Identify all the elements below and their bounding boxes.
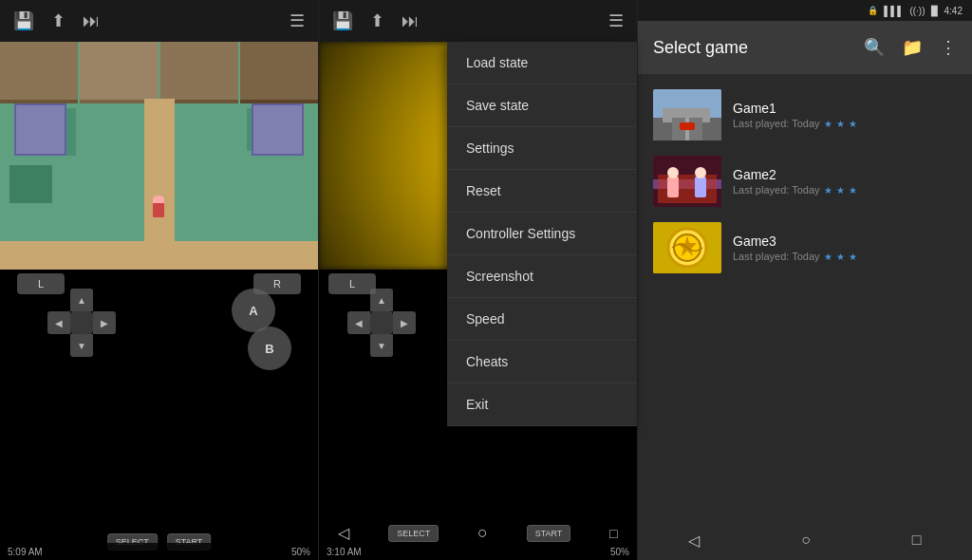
svg-point-11 — [667, 167, 679, 178]
dpad-left-btn-mid[interactable]: ◀ — [347, 311, 370, 334]
game-meta-3: Last played: Today ★ ★ ★ — [733, 251, 957, 262]
dpad-down[interactable]: ▼ — [70, 334, 93, 357]
dpad-left: ▲ ▼ ◀ ▶ — [47, 289, 116, 357]
fast-forward-icon-mid[interactable]: ⏭ — [402, 11, 419, 31]
player-character — [153, 202, 164, 217]
bottom-nav-right: ◁ ○ □ — [638, 520, 972, 560]
game-thumb-2 — [653, 156, 721, 207]
game-thumb-svg-3 — [653, 222, 721, 273]
status-bar-middle: 3:10 AM 50% — [319, 543, 637, 560]
dpad-up-mid[interactable]: ▲ — [370, 289, 393, 311]
select-game-title: Select game — [653, 38, 748, 58]
percentage-left: 50% — [291, 547, 310, 557]
star-9: ★ — [849, 252, 857, 262]
fast-forward-icon[interactable]: ⏭ — [83, 11, 100, 31]
dpad-right[interactable]: ▶ — [93, 311, 116, 334]
path-horizontal — [0, 241, 318, 270]
dpad-middle: ▲ ▼ ◀ ▶ — [347, 289, 416, 357]
svg-rect-5 — [680, 122, 695, 130]
start-button-mid[interactable]: START — [527, 525, 571, 542]
game-scene-1 — [0, 42, 318, 270]
home-nav-mid[interactable]: ○ — [477, 523, 488, 543]
svg-point-12 — [695, 167, 706, 178]
folder-icon[interactable]: 📁 — [902, 37, 923, 58]
game-item-1[interactable]: Game1 Last played: Today ★ ★ ★ — [638, 82, 972, 148]
toolbar-icons-middle: 💾 ⬆ ⏭ — [332, 10, 419, 31]
game-thumb-svg-1 — [653, 89, 721, 140]
menu-screenshot[interactable]: Screenshot — [447, 255, 637, 298]
dpad-down-mid[interactable]: ▼ — [370, 334, 393, 357]
game-item-2[interactable]: Game2 Last played: Today ★ ★ ★ — [638, 148, 972, 215]
dpad-center-mid — [370, 311, 393, 334]
building-2 — [80, 42, 158, 103]
status-bar-left: 5:09 AM 50% — [0, 543, 318, 560]
lock-icon: 🔒 — [868, 6, 878, 15]
more-vert-icon[interactable]: ⋮ — [940, 37, 957, 58]
game-info-3: Game3 Last played: Today ★ ★ ★ — [733, 233, 957, 262]
svg-rect-9 — [667, 177, 679, 197]
save-icon-mid[interactable]: 💾 — [332, 10, 353, 31]
toolbar-icons-left: 💾 ⬆ ⏭ — [13, 10, 100, 31]
square-nav-right[interactable]: □ — [893, 524, 941, 556]
toolbar-left: 💾 ⬆ ⏭ ☰ — [0, 0, 318, 42]
struct-2 — [252, 103, 304, 156]
dpad-center — [70, 311, 93, 334]
game-item-3[interactable]: Game3 Last played: Today ★ ★ ★ — [638, 215, 972, 281]
signal-icon: ▌▌▌ — [884, 6, 904, 16]
percentage-middle: 50% — [610, 547, 629, 557]
menu-icon-mid[interactable]: ☰ — [608, 10, 624, 31]
building-row — [0, 42, 318, 103]
dpad-up[interactable]: ▲ — [70, 289, 93, 311]
star-7: ★ — [824, 252, 832, 262]
menu-save-state[interactable]: Save state — [447, 84, 637, 127]
dpad-right-mid[interactable]: ▶ — [393, 311, 416, 334]
menu-controller-settings[interactable]: Controller Settings — [447, 213, 637, 255]
game-thumb-svg-2 — [653, 156, 721, 207]
sys-status-bar: 🔒 ▌▌▌ ((·)) ▉ 4:42 — [638, 0, 972, 21]
save-icon[interactable]: 💾 — [13, 10, 34, 31]
select-button-mid[interactable]: SELECT — [388, 525, 439, 542]
menu-reset[interactable]: Reset — [447, 170, 637, 213]
game-name-2: Game2 — [733, 167, 957, 182]
menu-cheats[interactable]: Cheats — [447, 341, 637, 383]
star-2: ★ — [836, 119, 845, 129]
home-nav-right[interactable]: ○ — [782, 524, 830, 556]
menu-load-state[interactable]: Load state — [447, 42, 637, 84]
star-6: ★ — [849, 185, 857, 196]
building-3 — [160, 42, 238, 103]
star-3: ★ — [849, 119, 857, 129]
menu-exit[interactable]: Exit — [447, 383, 637, 426]
game-name-3: Game3 — [733, 233, 957, 249]
panel-middle: 💾 ⬆ ⏭ ☰ Load state Save state Settings R… — [319, 0, 638, 560]
controls-left: L R ▲ ▼ ◀ ▶ A B SELECT START — [0, 270, 318, 560]
back-nav-mid[interactable]: ◁ — [338, 524, 349, 542]
b-button[interactable]: B — [248, 327, 291, 370]
dpad-left-btn[interactable]: ◀ — [47, 311, 70, 334]
bottom-nav-mid: ◁ SELECT ○ START □ — [319, 523, 637, 543]
menu-speed[interactable]: Speed — [447, 298, 637, 341]
svg-rect-10 — [695, 177, 706, 197]
grass-3 — [9, 165, 52, 203]
game-info-1: Game1 Last played: Today ★ ★ ★ — [733, 101, 957, 129]
upload-icon[interactable]: ⬆ — [51, 10, 65, 31]
system-time: 4:42 — [944, 6, 963, 16]
square-nav-mid[interactable]: □ — [609, 526, 617, 541]
upload-icon-mid[interactable]: ⬆ — [370, 10, 384, 31]
menu-icon[interactable]: ☰ — [290, 10, 305, 31]
menu-settings[interactable]: Settings — [447, 127, 637, 170]
game-info-2: Game2 Last played: Today ★ ★ ★ — [733, 167, 957, 196]
star-4: ★ — [824, 185, 832, 196]
battery-icon: ▉ — [931, 6, 939, 16]
struct-1 — [14, 103, 66, 156]
game-meta-1: Last played: Today ★ ★ ★ — [733, 118, 957, 129]
building-4 — [240, 42, 318, 103]
header-actions: 🔍 📁 ⋮ — [864, 37, 957, 58]
search-icon[interactable]: 🔍 — [864, 37, 885, 58]
game-thumb-3 — [653, 222, 721, 273]
wifi-icon: ((·)) — [909, 6, 925, 16]
time-middle: 3:10 AM — [327, 547, 362, 557]
panel-left: 💾 ⬆ ⏭ ☰ — [0, 0, 319, 560]
select-game-header: Select game 🔍 📁 ⋮ — [638, 21, 972, 74]
star-8: ★ — [836, 252, 845, 262]
back-nav-right[interactable]: ◁ — [669, 524, 719, 557]
